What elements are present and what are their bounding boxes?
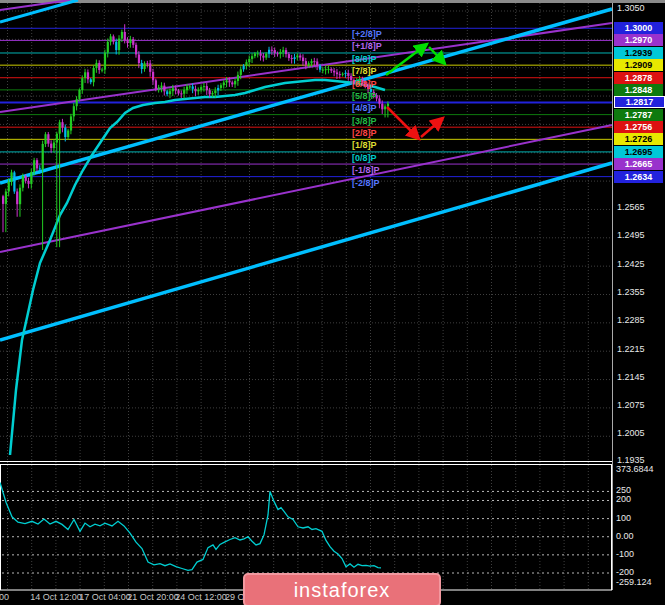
candle-body	[254, 53, 256, 56]
candle-body	[265, 54, 267, 58]
candle-body	[310, 61, 312, 63]
y-axis-label: 1.3050	[617, 3, 645, 14]
candle-body	[10, 172, 12, 181]
candle-body	[25, 176, 27, 181]
candle-body	[8, 182, 10, 192]
candle-body	[30, 172, 32, 184]
candle-body	[302, 58, 304, 62]
price-level-badge: 1.2695	[614, 146, 663, 158]
candle-body	[347, 73, 349, 76]
candle-body	[64, 128, 66, 138]
candle-body	[211, 93, 213, 94]
candle-body	[5, 192, 7, 204]
time-axis-label[interactable]: 00	[0, 592, 9, 602]
candle-body	[132, 39, 134, 45]
candle-body	[180, 93, 182, 94]
candle-body	[158, 87, 160, 88]
price-level-badge: 1.2665	[614, 158, 663, 170]
candle-body	[203, 86, 205, 87]
price-level-badge: 1.2756	[614, 121, 663, 133]
candle-body	[160, 86, 162, 88]
candle-body	[61, 122, 63, 127]
candle-body	[115, 42, 117, 50]
y-axis-label: 1.2355	[617, 287, 645, 298]
price-level-badge: 1.2939	[614, 47, 663, 59]
candle-body	[175, 88, 177, 90]
candle-body	[183, 90, 185, 94]
candle-body	[118, 39, 120, 50]
candle-body	[268, 50, 270, 54]
candle-body	[209, 90, 211, 94]
y-axis-label: 1.2285	[617, 315, 645, 326]
murrey-level-label: [4/8]P	[352, 103, 377, 114]
red-down-arrow	[387, 107, 419, 139]
chart-canvas[interactable]	[0, 0, 665, 605]
candle-body	[101, 70, 103, 71]
time-axis-label[interactable]: 21 Oct 20:00	[127, 592, 179, 602]
oscillator-level-label: 200	[616, 494, 631, 505]
candle-body	[293, 57, 295, 59]
candle-body	[155, 80, 157, 88]
time-axis-label[interactable]: 14 Oct 12:00	[30, 592, 82, 602]
murrey-level-label: [5/8]P	[352, 91, 377, 102]
price-level-badge: 1.2634	[614, 171, 663, 183]
candle-body	[67, 131, 69, 138]
oscillator-level-label: 100	[616, 513, 631, 524]
candle-body	[98, 63, 100, 70]
oscillator-min-label: -259.124	[616, 577, 652, 588]
candle-body	[277, 53, 279, 54]
candle-body	[260, 53, 262, 55]
murrey-level-label: [1/8]P	[352, 140, 377, 151]
candle-body	[206, 86, 208, 90]
candle-body	[296, 56, 298, 58]
murrey-level-label: [+2/8]P	[352, 29, 382, 40]
candle-body	[288, 54, 290, 58]
murrey-level-label: [7/8]P	[352, 66, 377, 77]
candle-body	[223, 82, 225, 85]
candle-body	[226, 80, 228, 82]
candle-body	[262, 56, 264, 58]
candle-body	[169, 91, 171, 94]
candle-body	[381, 104, 383, 110]
candle-body	[271, 50, 273, 51]
candle-body	[42, 144, 44, 169]
candle-body	[36, 160, 38, 168]
candle-body	[146, 63, 148, 64]
candle-body	[200, 87, 202, 90]
candle-body	[112, 36, 114, 41]
candle-body	[330, 69, 332, 71]
candle-body	[319, 66, 321, 70]
candle-body	[163, 86, 165, 92]
candle-body	[231, 82, 233, 84]
price-level-badge: 1.2726	[614, 133, 663, 145]
candle-body	[339, 74, 341, 75]
candle-body	[291, 58, 293, 59]
candle-body	[2, 196, 4, 204]
candle-body	[87, 72, 89, 79]
candle-body	[228, 80, 230, 82]
cyan-trend-lower	[0, 163, 612, 340]
candle-body	[39, 168, 41, 169]
candle-body	[245, 62, 247, 66]
price-level-badge: 1.2970	[614, 34, 663, 46]
indicator-levels	[2, 491, 610, 573]
price-level-badge: 1.2878	[614, 72, 663, 84]
candle-body	[194, 89, 196, 91]
candle-body	[308, 63, 310, 64]
candle-body	[19, 188, 21, 204]
time-axis-label[interactable]: 24 Oct 12:00	[175, 592, 227, 602]
candle-body	[251, 56, 253, 59]
murrey-level-label: [0/8]P	[352, 153, 377, 164]
y-axis-label: 1.2565	[617, 202, 645, 213]
candle-body	[13, 172, 15, 191]
candle-body	[344, 73, 346, 74]
time-axis-label[interactable]: 17 Oct 04:00	[79, 592, 131, 602]
candle-body	[192, 86, 194, 88]
candle-body	[95, 63, 97, 68]
candle-body	[177, 90, 179, 93]
candle-body	[59, 122, 61, 133]
candle-body	[47, 134, 49, 143]
candle-body	[135, 45, 137, 55]
murrey-level-label: [+1/8]P	[352, 41, 382, 52]
candle-body	[56, 134, 58, 143]
